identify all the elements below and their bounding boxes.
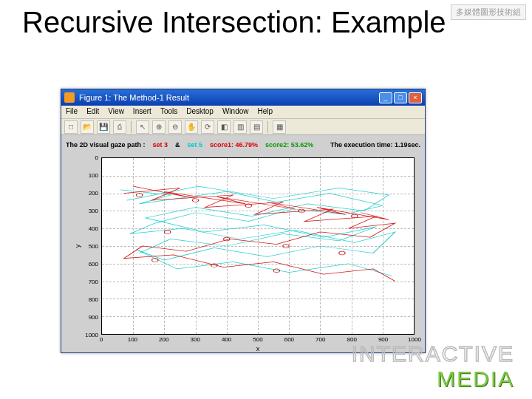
maximize-button[interactable]: □ <box>394 92 407 103</box>
toolbar: □ 📂 💾 ⎙ ↖ ⊕ ⊖ ✋ ⟳ ◧ ▥ ▤ ▦ <box>61 119 425 135</box>
zoomin-icon[interactable]: ⊕ <box>152 120 166 134</box>
plot-info-bar: The 2D visual gaze path : set 3 & set 5 … <box>61 135 425 154</box>
exec-time-label: The execution time: 1.19sec. <box>330 141 420 149</box>
menu-help[interactable]: Help <box>258 107 273 117</box>
datatip-icon[interactable]: ◧ <box>217 120 231 134</box>
window-title: Figure 1: The Method-1 Result <box>79 93 189 102</box>
menubar: File Edit View Insert Tools Desktop Wind… <box>61 106 425 119</box>
svg-point-0 <box>136 194 142 197</box>
x-axis-label: x <box>256 345 260 352</box>
amp-label: & <box>175 141 180 149</box>
gaze-path-plot <box>102 158 414 334</box>
rotate-icon[interactable]: ⟳ <box>201 120 214 134</box>
axes-icon[interactable]: ▦ <box>273 120 286 134</box>
axes[interactable] <box>101 157 415 335</box>
menu-insert[interactable]: Insert <box>133 107 151 117</box>
menu-file[interactable]: File <box>66 107 78 117</box>
matlab-icon <box>64 92 75 103</box>
toolbar-separator <box>131 121 132 133</box>
svg-point-5 <box>164 231 170 234</box>
score2-label: score2: 53.62% <box>265 141 313 149</box>
menu-tools[interactable]: Tools <box>160 107 177 117</box>
set3-label: set 3 <box>153 141 168 149</box>
menu-desktop[interactable]: Desktop <box>186 107 214 117</box>
new-icon[interactable]: □ <box>64 120 78 134</box>
plot-area: The 2D visual gaze path : set 3 & set 5 … <box>61 135 425 352</box>
svg-point-9 <box>152 259 158 262</box>
menu-window[interactable]: Window <box>222 107 249 117</box>
svg-point-1 <box>192 199 198 202</box>
menu-view[interactable]: View <box>108 107 124 117</box>
titlebar[interactable]: Figure 1: The Method-1 Result _ □ × <box>61 89 425 106</box>
slide-title: Recursive Intersection: Example <box>22 6 446 39</box>
watermark-line2: MEDIA <box>352 366 514 392</box>
score1-label: score1: 46.79% <box>210 141 258 149</box>
pointer-icon[interactable]: ↖ <box>136 120 149 134</box>
close-button[interactable]: × <box>409 92 422 103</box>
print-icon[interactable]: ⎙ <box>113 120 126 134</box>
minimize-button[interactable]: _ <box>379 92 392 103</box>
legend-icon[interactable]: ▤ <box>250 120 263 134</box>
svg-point-8 <box>339 251 345 255</box>
pan-icon[interactable]: ✋ <box>185 120 198 134</box>
matlab-figure-window: Figure 1: The Method-1 Result _ □ × File… <box>61 89 426 353</box>
svg-point-7 <box>283 245 289 248</box>
zoomout-icon[interactable]: ⊖ <box>168 120 182 134</box>
plot-heading: The 2D visual gaze path : <box>66 141 146 149</box>
open-icon[interactable]: 📂 <box>81 120 94 134</box>
corner-badge: 多媒體圖形技術組 <box>451 4 526 20</box>
menu-edit[interactable]: Edit <box>86 107 99 117</box>
colorbar-icon[interactable]: ▥ <box>233 120 247 134</box>
svg-point-4 <box>352 214 358 218</box>
set5-label: set 5 <box>188 141 203 149</box>
save-icon[interactable]: 💾 <box>97 120 110 134</box>
toolbar-separator <box>267 121 268 133</box>
